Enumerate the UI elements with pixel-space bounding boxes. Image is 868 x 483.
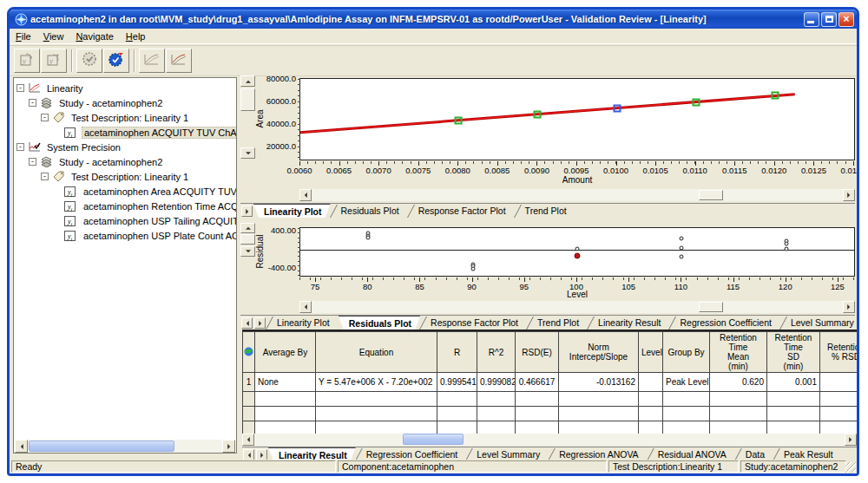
tab-linearity-plot[interactable]: Linearity Plot — [253, 204, 331, 218]
data-point[interactable] — [575, 247, 580, 251]
residuals-plot[interactable] — [299, 227, 855, 277]
data-point[interactable] — [680, 254, 684, 258]
scroll-left-button[interactable] — [15, 440, 28, 453]
column-header[interactable]: Retention Time Mean (min) — [710, 332, 767, 373]
tab-scroll-left-button[interactable] — [241, 317, 253, 329]
column-header[interactable]: R^2 — [477, 332, 516, 373]
table-cell[interactable] — [820, 373, 858, 392]
column-header[interactable]: Average By — [255, 332, 316, 373]
tree-item-label[interactable]: acetaminophen USP Tailing ACQUITY TU — [82, 216, 237, 226]
row-number[interactable]: 1 — [243, 373, 255, 392]
tree-item-label[interactable]: Study - acetaminophen2 — [57, 98, 164, 108]
tab-residuals-plot[interactable]: Residuals Plot — [339, 316, 420, 330]
tab-scroll-right-button[interactable] — [241, 206, 253, 217]
table-cell[interactable]: 0.999541 — [437, 373, 477, 392]
tab-trend-plot[interactable]: Trend Plot — [515, 204, 575, 218]
globe-icon[interactable] — [243, 332, 255, 373]
tab-level-summary[interactable]: Level Summary — [780, 316, 855, 330]
tree-item[interactable]: yiacetaminophen USP Tailing ACQUITY TU — [14, 213, 236, 228]
scroll-right-button[interactable] — [843, 301, 855, 313]
tree-item-label[interactable]: Test Description: Linearity 1 — [69, 172, 190, 182]
tree-item[interactable]: -Study - acetaminophen2 — [14, 154, 236, 169]
scroll-left-button[interactable] — [242, 434, 254, 446]
table-cell[interactable]: Y = 5.47e+006 X - 7.20e+002 — [316, 373, 437, 392]
tab-linearity-result[interactable]: Linearity Result — [268, 447, 356, 460]
tree-item[interactable]: yiacetaminophen Retention Time ACQUITY — [14, 199, 236, 213]
tree-expander-minus[interactable]: - — [41, 173, 49, 180]
table-cell[interactable]: 0.999082 — [477, 373, 516, 392]
table-cell[interactable]: -0.013162 — [559, 373, 639, 392]
linearity-curves-red-button[interactable] — [166, 49, 192, 73]
column-header[interactable]: Retention Time SD (min) — [767, 332, 820, 373]
results-table[interactable]: Average ByEquationRR^2RSD(E)Norm Interce… — [242, 331, 857, 434]
tree-item-label[interactable]: acetaminophen USP Plate Count ACQUIT — [82, 231, 237, 241]
clock-check-gray-button[interactable] — [76, 49, 102, 73]
tab-residual-anova[interactable]: Residual ANOVA — [648, 447, 735, 460]
scroll-thumb[interactable] — [29, 441, 174, 452]
column-header[interactable]: R — [437, 332, 477, 373]
menu-item-help[interactable]: Help — [120, 30, 152, 42]
data-point[interactable] — [534, 110, 542, 118]
chart1-horizontal-scrollbar[interactable] — [299, 189, 855, 201]
tree-item-label[interactable]: acetaminophen Area ACQUITY TUV ChA — [82, 186, 237, 197]
data-point[interactable] — [470, 266, 475, 271]
tab-response-factor-plot[interactable]: Response Factor Plot — [420, 316, 527, 330]
data-point[interactable] — [784, 241, 788, 245]
table-cell[interactable]: Peak Level — [663, 373, 710, 392]
table-cell[interactable]: 0.620 — [710, 373, 767, 392]
tree-item-label[interactable]: Linearity — [45, 83, 85, 94]
tree-item[interactable]: -Study - acetaminophen2 — [14, 95, 236, 110]
scroll-left-button[interactable] — [299, 189, 312, 201]
tab-residuals-plot[interactable]: Residuals Plot — [331, 204, 408, 218]
column-header[interactable]: Retention % RSD — [820, 332, 858, 373]
scroll-thumb[interactable] — [699, 302, 723, 312]
tree-horizontal-scrollbar[interactable] — [15, 440, 235, 453]
tab-regression-coefficient[interactable]: Regression Coefficient — [669, 316, 779, 330]
tab-data[interactable]: Data — [735, 447, 773, 460]
tree-expander-minus[interactable]: - — [29, 158, 36, 166]
titlebar[interactable]: acetaminophen2 in dan root\MVM_study\dru… — [10, 10, 857, 29]
column-header[interactable]: RSD(E) — [516, 332, 559, 373]
report-y2-button[interactable]: y — [41, 49, 67, 73]
close-button[interactable]: × — [838, 12, 854, 27]
scroll-thumb[interactable] — [699, 190, 723, 200]
tree-item[interactable]: yiacetaminophen USP Plate Count ACQUIT — [14, 228, 236, 243]
tree-item[interactable]: -Linearity — [14, 81, 236, 95]
column-header[interactable]: Equation — [316, 332, 437, 373]
tree-item-label[interactable]: Study - acetaminophen2 — [57, 157, 164, 167]
column-header[interactable]: Group By — [663, 332, 710, 373]
data-point[interactable] — [455, 116, 463, 124]
scroll-right-button[interactable] — [845, 434, 857, 446]
tree-item[interactable]: -Test Description: Linearity 1 — [14, 110, 236, 125]
data-point[interactable] — [784, 246, 788, 251]
menu-item-view[interactable]: View — [37, 30, 70, 42]
tree-item-label[interactable]: acetaminophen ACQUITY TUV ChA — [82, 127, 237, 139]
table-row[interactable]: 1NoneY = 5.47e+006 X - 7.20e+0020.999541… — [243, 373, 858, 392]
linearity-curves-gray-button[interactable] — [139, 49, 165, 73]
tab-scroll-right-button[interactable] — [254, 317, 266, 329]
tab-peak-result[interactable]: Peak Result — [773, 447, 842, 460]
data-point[interactable] — [680, 245, 684, 250]
tree-item[interactable]: yiacetaminophen ACQUITY TUV ChA — [14, 125, 236, 140]
selected-data-point[interactable] — [575, 253, 581, 259]
tree-item[interactable]: yiacetaminophen Area ACQUITY TUV ChA — [14, 184, 236, 199]
data-point[interactable] — [771, 92, 779, 100]
scroll-left-button[interactable] — [299, 301, 312, 313]
tree-item-label[interactable]: acetaminophen Retention Time ACQUITY — [82, 201, 237, 212]
minimize-button[interactable] — [804, 12, 819, 27]
tree-item-label[interactable]: System Precision — [45, 142, 122, 153]
table-horizontal-scrollbar[interactable] — [242, 434, 857, 446]
tree-expander-minus[interactable]: - — [16, 143, 24, 151]
chart2-scroll-down-button[interactable] — [240, 246, 255, 257]
menu-item-navigate[interactable]: Navigate — [69, 30, 119, 42]
tab-linearity-plot[interactable]: Linearity Plot — [266, 316, 339, 330]
tab-regression-anova[interactable]: Regression ANOVA — [549, 447, 647, 460]
tree-item-label[interactable]: Test Description: Linearity 1 — [69, 113, 190, 123]
tab-level-summary[interactable]: Level Summary — [466, 447, 549, 460]
report-y1-button[interactable]: y — [14, 49, 40, 73]
table-cell[interactable]: 0.001 — [767, 373, 820, 392]
scroll-thumb[interactable] — [403, 434, 464, 445]
scroll-right-button[interactable] — [843, 189, 855, 201]
tab-response-factor-plot[interactable]: Response Factor Plot — [408, 204, 515, 218]
chart1-scroll-down-button[interactable] — [240, 147, 255, 159]
